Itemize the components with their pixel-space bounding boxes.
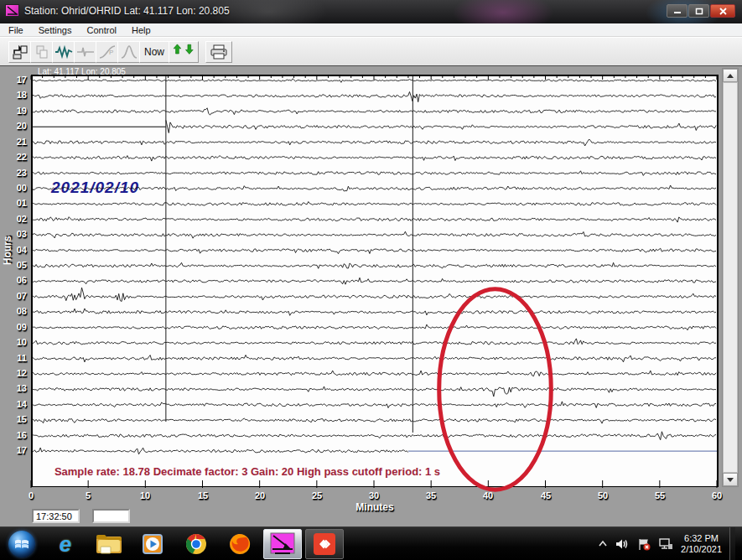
taskbar-item-firefox[interactable] <box>223 529 257 559</box>
hour-label: 15 <box>5 414 27 424</box>
hour-label: 00 <box>5 183 27 193</box>
up-arrow-icon <box>727 74 734 78</box>
scrollbar-down-button[interactable] <box>723 473 738 486</box>
hour-label: 07 <box>5 291 27 301</box>
windows-start-icon <box>8 531 35 557</box>
hour-label: 09 <box>5 322 27 332</box>
minute-tick-label: 35 <box>418 490 444 500</box>
hour-label: 10 <box>5 337 27 347</box>
action-center-flag-icon[interactable] <box>637 538 651 551</box>
minute-tick-label: 55 <box>647 490 672 500</box>
svg-text:P: P <box>109 49 113 56</box>
minute-tick-label: 40 <box>475 490 501 500</box>
maximize-button[interactable] <box>688 4 709 18</box>
titlebar: Station: Ohrid/OHRID Lat: 41.117 Lon: 20… <box>0 0 742 23</box>
taskbar-item-chrome[interactable] <box>179 529 213 559</box>
lowpass-filter-button-disabled[interactable] <box>117 41 140 63</box>
green-up-arrow-icon <box>174 44 181 54</box>
highpass-filter-button-disabled[interactable]: P <box>96 41 118 63</box>
hour-label: 17 <box>5 75 27 85</box>
green-down-arrow-icon <box>185 44 193 54</box>
taskbar-item-seismograph-app-active[interactable] <box>263 529 302 559</box>
filter-curve-icon: P <box>98 44 117 60</box>
hour-label: 05 <box>5 260 27 270</box>
menu-help[interactable]: Help <box>124 24 158 36</box>
menu-settings[interactable]: Settings <box>31 24 80 36</box>
hour-label: 23 <box>5 168 27 178</box>
minute-tick-label: 10 <box>132 490 158 500</box>
minimize-button[interactable] <box>667 4 688 18</box>
app-icon <box>5 4 19 17</box>
hour-label: 21 <box>5 137 27 147</box>
printer-icon <box>210 44 228 60</box>
menu-file[interactable]: File <box>0 24 31 36</box>
minute-tick-label: 20 <box>247 490 272 500</box>
current-time-field[interactable]: 17:32:50 <box>32 509 80 523</box>
now-button[interactable]: Now <box>139 41 169 63</box>
taskbar: e <box>0 526 742 560</box>
scrollbar-thumb[interactable] <box>723 82 738 473</box>
hour-label: 16 <box>5 430 27 440</box>
taskbar-clock[interactable]: 6:32 PM 2/10/2021 <box>681 533 722 555</box>
taskbar-item-file-explorer[interactable] <box>92 529 126 559</box>
copy-button-disabled[interactable] <box>30 41 53 63</box>
vertical-scrollbar[interactable] <box>722 68 739 487</box>
secondary-time-field[interactable] <box>92 509 130 523</box>
down-arrow-icon <box>727 478 734 482</box>
network-icon[interactable] <box>658 538 673 550</box>
x-axis-title: Minutes <box>337 501 413 513</box>
print-button[interactable] <box>205 41 232 63</box>
hour-label: 18 <box>5 90 27 100</box>
minute-tick-label: 0 <box>18 490 44 500</box>
minute-tick-label: 30 <box>361 490 387 500</box>
show-desktop-button[interactable] <box>729 527 735 560</box>
taskbar-item-internet-explorer[interactable]: e <box>49 529 82 559</box>
start-button[interactable] <box>5 529 39 559</box>
hour-label: 04 <box>5 245 27 255</box>
minute-tick-label: 15 <box>190 490 215 500</box>
window-title: Station: Ohrid/OHRID Lat: 41.117 Lon: 20… <box>24 5 230 17</box>
acquisition-info-text: Sample rate: 18.78 Decimate factor: 3 Ga… <box>33 465 462 478</box>
hour-label: 14 <box>5 399 27 409</box>
hour-label: 12 <box>5 368 27 378</box>
minute-tick-label: 45 <box>533 490 558 500</box>
toolbar: P Now <box>0 37 742 65</box>
screen-glare <box>453 0 553 23</box>
scroll-updown-button[interactable] <box>169 41 199 63</box>
hour-label: 17 <box>5 445 27 455</box>
taskbar-item-media-player[interactable] <box>136 529 169 559</box>
media-player-icon <box>141 532 164 556</box>
trace-view-button-disabled[interactable] <box>74 41 96 63</box>
red-diamond-app-icon <box>312 532 337 556</box>
hour-label: 22 <box>5 152 27 162</box>
hidden-icons-chevron[interactable] <box>598 540 608 548</box>
plot-background: 2021/02/10 <box>31 75 719 487</box>
scrollbar-up-button[interactable] <box>723 69 738 82</box>
export-data-button[interactable] <box>8 41 31 63</box>
export-icon <box>12 44 29 60</box>
hour-label: 06 <box>5 275 27 285</box>
seismograph-app-icon <box>270 532 295 556</box>
menu-control[interactable]: Control <box>79 24 123 36</box>
waveform-view-button[interactable] <box>52 41 75 63</box>
menubar: File Settings Control Help <box>0 23 742 37</box>
trace-icon <box>76 44 95 60</box>
hour-label: 13 <box>5 383 27 393</box>
bell-curve-icon <box>120 44 138 60</box>
waveform-icon <box>54 44 73 60</box>
volume-icon[interactable] <box>615 538 630 550</box>
minute-tick-label: 25 <box>304 490 329 500</box>
close-button[interactable] <box>710 4 735 18</box>
clock-date: 2/10/2021 <box>681 544 722 555</box>
hour-label: 08 <box>5 306 27 316</box>
internet-explorer-icon: e <box>60 533 71 555</box>
hour-label: 19 <box>5 106 27 116</box>
taskbar-item-remote-desktop[interactable] <box>305 529 344 559</box>
minute-tick-label: 5 <box>75 490 101 500</box>
clock-time: 6:32 PM <box>681 533 722 544</box>
chrome-icon <box>184 532 208 556</box>
copy-icon <box>34 44 50 60</box>
desktop-screen: Station: Ohrid/OHRID Lat: 41.117 Lon: 20… <box>0 0 742 560</box>
minute-tick-label: 60 <box>704 490 729 500</box>
hour-label: 01 <box>5 198 27 208</box>
